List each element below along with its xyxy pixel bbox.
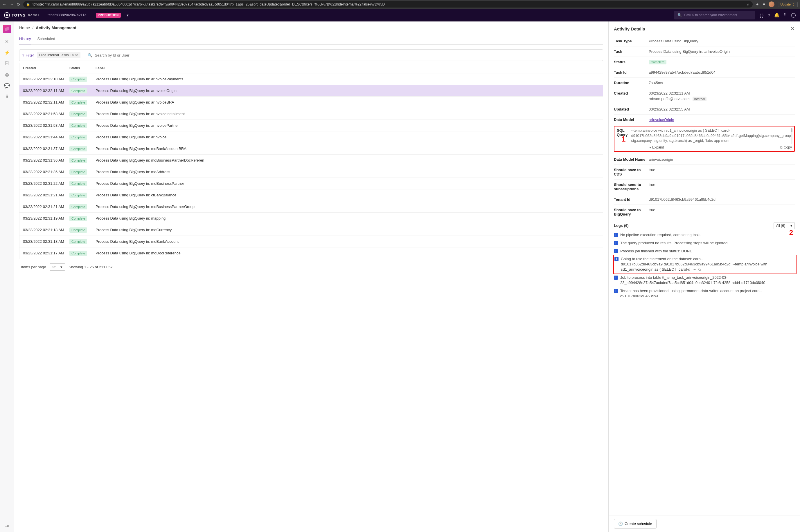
info-icon: i [614, 241, 618, 245]
rail-database-icon[interactable]: 🗄 [4, 61, 10, 66]
table-row[interactable]: 03/23/2022 02:31:19 AMCompleteProcess Da… [19, 213, 603, 224]
logs-title: Logs (6) [614, 223, 629, 228]
user-icon[interactable]: ◯ [791, 13, 796, 18]
copy-button[interactable]: ⧉Copy [780, 145, 792, 149]
rail-shuffle-icon[interactable]: ✕ [4, 39, 10, 44]
update-button[interactable]: Update⋮ [778, 2, 798, 7]
row-label: Process Data using BigQuery in: mdDocRef… [95, 251, 599, 255]
status-badge: Complete [69, 227, 87, 233]
table-row[interactable]: 03/23/2022 02:31:36 AMCompleteProcess Da… [19, 155, 603, 166]
col-label[interactable]: Label [95, 66, 599, 70]
col-created[interactable]: Created [23, 66, 69, 70]
field-datamodel-label: Data Model [614, 117, 649, 122]
rail-app-icon[interactable] [3, 25, 11, 33]
create-schedule-button[interactable]: 🕓 Create schedule [614, 519, 657, 529]
url-bar[interactable]: 🔒 totvstechfin.carol.ai/tenant88889a28b7… [23, 1, 753, 7]
log-line: iProcess job finished with the status: D… [614, 247, 795, 255]
table-row[interactable]: 03/23/2022 02:31:37 AMCompleteProcess Da… [19, 143, 603, 155]
tab-history[interactable]: History [19, 34, 31, 44]
status-badge: Complete [69, 193, 87, 198]
brand-logo[interactable]: TOTVS CAROL [4, 12, 40, 18]
field-status-label: Status [614, 60, 649, 64]
copy-icon: ⧉ [780, 145, 783, 149]
ellipsis-icon[interactable]: ⋯ [693, 267, 696, 271]
rail-chat-icon[interactable]: 💬 [4, 83, 10, 88]
table-row[interactable]: 03/23/2022 02:31:58 AMCompleteProcess Da… [19, 108, 603, 120]
row-label: Process Data using BigQuery in: arInvoic… [95, 123, 599, 128]
field-task-label: Task [614, 49, 649, 54]
field-tasktype-label: Task Type [614, 39, 649, 43]
table-row[interactable]: 03/23/2022 02:32:10 AMCompleteProcess Da… [19, 73, 603, 85]
expand-button[interactable]: ▾Expand [649, 145, 664, 149]
breadcrumb-home[interactable]: Home [19, 25, 30, 30]
tenant-name[interactable]: tenant88889a28b7a211e... [48, 13, 89, 17]
row-created: 03/23/2022 02:31:44 AM [23, 135, 69, 139]
field-datamodel-link[interactable]: arInvoiceOrigin [649, 117, 674, 122]
side-rail: ✕ ⚡ 🗄 ◎ 💬 ⠿ ⇥ [0, 21, 14, 532]
table-row[interactable]: 03/23/2022 02:31:21 AMCompleteProcess Da… [19, 201, 603, 213]
table-row[interactable]: 03/23/2022 02:32:11 AMCompleteProcess Da… [19, 97, 603, 108]
star-icon[interactable]: ☆ [747, 2, 750, 6]
page-title: Activity Management [36, 25, 76, 30]
back-icon[interactable]: ← [2, 2, 6, 7]
table-row[interactable]: 03/23/2022 02:32:11 AMCompleteProcess Da… [19, 85, 603, 97]
log-line: iThe query produced no results. Processi… [614, 239, 795, 247]
status-badge: Complete [69, 111, 87, 117]
log-text: Tenant has been provisioned, using 'perm… [620, 288, 795, 299]
info-icon: i [614, 289, 618, 293]
status-badge: Complete [69, 158, 87, 163]
log-text: No pipeline execution required, completi… [620, 232, 701, 238]
filter-chip-hide-internal[interactable]: Hide Internal Tasks False [37, 52, 81, 58]
rail-compass-icon[interactable]: ◎ [4, 72, 10, 77]
rail-grid-icon[interactable]: ⠿ [4, 94, 10, 99]
internal-tag: Internal [693, 97, 707, 101]
extensions-icon[interactable]: ✦ [756, 2, 759, 7]
table-row[interactable]: 03/23/2022 02:31:36 AMCompleteProcess Da… [19, 166, 603, 178]
list-search[interactable]: 🔍 [84, 53, 600, 57]
items-per-page-label: Items per page [21, 265, 46, 269]
url-text: totvstechfin.carol.ai/tenant88889a28b7a2… [33, 2, 744, 6]
help-icon[interactable]: ? [768, 13, 770, 18]
filter-button[interactable]: ▿ Filter [22, 53, 34, 57]
items-per-page-select[interactable]: 25 ▾ [50, 263, 65, 271]
status-badge: Complete [69, 146, 87, 151]
field-sql-value[interactable]: --temp:arinvoice with sd1_arinvoiceorigi… [631, 128, 792, 144]
field-tenantid-value: d91017b062d8463cb9a99461a85b4c2d [649, 197, 795, 202]
notifications-icon[interactable]: 🔔 [774, 13, 780, 18]
row-created: 03/23/2022 02:31:18 AM [23, 239, 69, 244]
global-search[interactable]: 🔍 Ctrl+K to search your environment... [674, 11, 755, 19]
list-search-input[interactable] [95, 53, 600, 57]
table-row[interactable]: 03/23/2022 02:31:22 AMCompleteProcess Da… [19, 178, 603, 189]
status-badge: Complete [69, 88, 87, 93]
status-badge: Complete [69, 100, 87, 105]
apps-grid-icon[interactable]: ⠿ [784, 13, 787, 18]
tab-scheduled[interactable]: Scheduled [37, 34, 55, 44]
profile-avatar-icon[interactable] [769, 1, 775, 7]
reload-icon[interactable]: ⟳ [17, 2, 20, 7]
table-row[interactable]: 03/23/2022 02:31:53 AMCompleteProcess Da… [19, 120, 603, 131]
row-label: Process Data using BigQuery in: arInvoic… [95, 77, 599, 81]
row-label: Process Data using BigQuery in: mdBankAc… [95, 147, 599, 151]
close-icon[interactable]: ✕ [790, 25, 795, 32]
search-placeholder: Ctrl+K to search your environment... [684, 13, 740, 17]
field-sendsubs-label: Should send to subscriptions [614, 183, 649, 191]
forward-icon[interactable]: → [10, 2, 14, 7]
table-row[interactable]: 03/23/2022 02:31:18 AMCompleteProcess Da… [19, 236, 603, 247]
logs-filter-select[interactable]: All (6)▾ [774, 222, 795, 229]
annotation-2: 2 [789, 229, 793, 237]
environment-badge: PRODUCTION [96, 13, 121, 18]
col-status[interactable]: Status [69, 66, 95, 70]
table-row[interactable]: 03/23/2022 02:31:44 AMCompleteProcess Da… [19, 131, 603, 143]
sql-scrollbar[interactable] [791, 128, 793, 144]
rail-collapse-icon[interactable]: ⇥ [4, 523, 10, 529]
reading-list-icon[interactable]: ≡ [763, 2, 765, 7]
rail-power-icon[interactable]: ⚡ [4, 50, 10, 55]
row-created: 03/23/2022 02:31:19 AM [23, 216, 69, 221]
table-row[interactable]: 03/23/2022 02:31:17 AMCompleteProcess Da… [19, 247, 603, 259]
tenant-caret-icon[interactable]: ▾ [127, 13, 129, 17]
table-row[interactable]: 03/23/2022 02:31:18 AMCompleteProcess Da… [19, 224, 603, 236]
code-icon[interactable]: { } [759, 13, 763, 18]
copy-icon[interactable]: ⧉ [698, 268, 701, 271]
table-row[interactable]: 03/23/2022 02:31:21 AMCompleteProcess Da… [19, 189, 603, 201]
field-updated-value: 03/23/2022 02:32:55 AM [649, 107, 795, 111]
